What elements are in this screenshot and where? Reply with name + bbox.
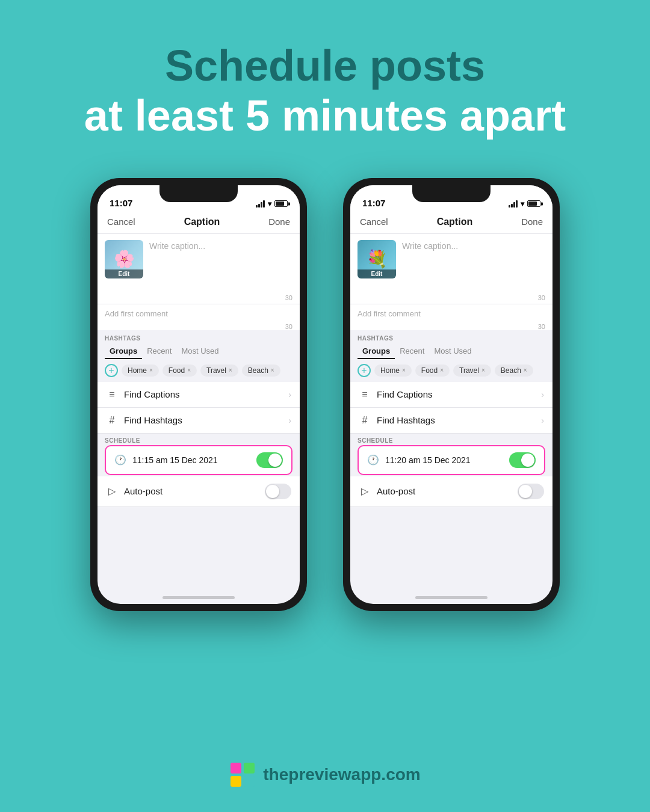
phone-2-hashtags-label: HASHTAGS	[358, 335, 545, 342]
phone-2-find-captions[interactable]: ≡ Find Captions ›	[350, 382, 552, 408]
svg-rect-1	[244, 763, 255, 774]
battery-icon	[274, 200, 288, 207]
phone-2-autopost-icon: ▷	[359, 485, 371, 497]
phones-container: 11:07 ▾	[0, 178, 650, 611]
wifi-icon-2: ▾	[521, 200, 524, 208]
phone-1-edit-label[interactable]: Edit	[105, 269, 143, 278]
phone-1-autopost[interactable]: ▷ Auto-post	[98, 476, 300, 507]
phone-2-find-hashtags[interactable]: # Find Hashtags ›	[350, 408, 552, 434]
phone-1-captions-chevron: ›	[288, 390, 291, 399]
phone-2-chips: + Home× Food× Travel× Beach×	[358, 364, 545, 377]
footer-text: thepreviewapp.com	[263, 765, 420, 784]
phone-1-autopost-toggle[interactable]	[265, 484, 291, 499]
phone-2-tab-groups[interactable]: Groups	[358, 344, 395, 359]
phone-1-autopost-label: Auto-post	[124, 486, 162, 496]
phone-1-schedule-toggle[interactable]	[256, 452, 283, 468]
phone-2-status-icons: ▾	[509, 200, 540, 208]
phone-1-autopost-icon: ▷	[106, 485, 118, 497]
svg-rect-3	[244, 776, 255, 787]
svg-rect-2	[231, 776, 241, 787]
phone-2: 11:07 ▾	[343, 178, 560, 611]
phone-2-hashtags-label: Find Hashtags	[377, 415, 435, 425]
phone-1-tab-groups[interactable]: Groups	[105, 344, 142, 359]
headline-line1: Schedule posts	[0, 42, 650, 90]
phone-2-title: Caption	[437, 217, 473, 227]
phone-2-frame: 11:07 ▾	[343, 178, 560, 611]
phone-1-chip-home[interactable]: Home×	[122, 364, 159, 377]
phone-2-schedule-toggle[interactable]	[509, 452, 536, 468]
phone-1-hashtags-icon: #	[106, 415, 118, 426]
phone-2-notch	[412, 185, 491, 202]
phone-2-thumbnail[interactable]: 💐 Edit	[358, 240, 396, 278]
phone-2-caption-placeholder[interactable]: Write caption...	[402, 240, 545, 288]
phone-1-tab-mostused[interactable]: Most Used	[176, 344, 223, 359]
phone-2-hashtags-chevron: ›	[541, 416, 544, 425]
phone-2-chip-travel[interactable]: Travel×	[453, 364, 491, 377]
phone-1-done[interactable]: Done	[268, 217, 290, 227]
phone-2-edit-label[interactable]: Edit	[358, 269, 396, 278]
phone-1-add-chip[interactable]: +	[105, 364, 118, 377]
phone-1-cancel[interactable]: Cancel	[107, 217, 135, 227]
phone-1-chip-travel[interactable]: Travel×	[200, 364, 238, 377]
phone-2-autopost-knob	[519, 485, 532, 498]
phone-1-hashtags-chevron: ›	[288, 416, 291, 425]
phone-1-schedule-left: 🕐 11:15 am 15 Dec 2021	[114, 454, 218, 466]
footer: thepreviewapp.com	[0, 761, 650, 788]
phone-2-tab-recent[interactable]: Recent	[395, 344, 429, 359]
phone-1-chip-beach[interactable]: Beach×	[242, 364, 280, 377]
phone-2-time: 11:07	[362, 198, 385, 208]
phone-1-autopost-left: ▷ Auto-post	[106, 485, 162, 497]
phone-2-tab-mostused[interactable]: Most Used	[429, 344, 476, 359]
phone-2-cancel[interactable]: Cancel	[360, 217, 388, 227]
phone-2-chip-beach[interactable]: Beach×	[495, 364, 533, 377]
phone-2-schedule-section: SCHEDULE 🕐 11:20 am 15 Dec 2021	[350, 434, 552, 475]
phone-1-caption-charcount: 30	[98, 294, 300, 304]
phone-1-schedule-section: SCHEDULE 🕐 11:15 am 15 Dec 2021	[98, 434, 300, 475]
phone-1-hashtags-tabs: Groups Recent Most Used	[105, 344, 292, 359]
phone-2-autopost-left: ▷ Auto-post	[359, 485, 415, 497]
phone-2-screen: 11:07 ▾	[350, 185, 552, 604]
phone-1-hashtags-label: HASHTAGS	[105, 335, 292, 342]
phone-1-nav: Cancel Caption Done	[98, 212, 300, 234]
phone-2-schedule-left: 🕐 11:20 am 15 Dec 2021	[367, 454, 471, 466]
phone-2-done[interactable]: Done	[521, 217, 543, 227]
phone-1-comment-placeholder[interactable]: Add first comment	[105, 309, 292, 318]
phone-2-comment-placeholder[interactable]: Add first comment	[358, 309, 545, 318]
phone-2-schedule-time: 11:20 am 15 Dec 2021	[385, 455, 471, 465]
phone-1-schedule-row[interactable]: 🕐 11:15 am 15 Dec 2021	[105, 445, 292, 475]
headline-line2: at least 5 minutes apart	[0, 90, 650, 141]
phone-1-hashtags-section: HASHTAGS Groups Recent Most Used + Home×…	[98, 330, 300, 377]
phone-1-thumbnail[interactable]: 🌸 Edit	[105, 240, 143, 278]
logo-icon	[229, 761, 256, 788]
battery-icon-2	[527, 200, 540, 207]
phone-2-captions-label: Find Captions	[377, 389, 433, 399]
phone-2-caption-charcount: 30	[350, 294, 552, 304]
phone-2-hashtags-icon: #	[359, 415, 371, 426]
phone-1-chips: + Home× Food× Travel× Beach×	[105, 364, 292, 377]
phone-1-screen: 11:07 ▾	[98, 185, 300, 604]
phone-2-autopost-toggle[interactable]	[518, 484, 544, 499]
phone-1-tab-recent[interactable]: Recent	[142, 344, 176, 359]
phone-1-frame: 11:07 ▾	[90, 178, 307, 611]
phone-2-schedule-label: SCHEDULE	[358, 437, 545, 444]
phone-2-autopost[interactable]: ▷ Auto-post	[350, 476, 552, 507]
phone-1-title: Caption	[184, 217, 220, 227]
phone-1-chip-food[interactable]: Food×	[162, 364, 197, 377]
phone-1-time: 11:07	[110, 198, 132, 208]
phone-1-find-hashtags[interactable]: # Find Hashtags ›	[98, 408, 300, 434]
phone-2-hashtags-tabs: Groups Recent Most Used	[358, 344, 545, 359]
phone-2-chip-food[interactable]: Food×	[415, 364, 450, 377]
phone-2-nav: Cancel Caption Done	[350, 212, 552, 234]
phone-2-add-chip[interactable]: +	[358, 364, 371, 377]
phone-1-captions-icon: ≡	[106, 389, 118, 400]
phone-2-caption-area: 💐 Edit Write caption...	[350, 234, 552, 294]
svg-rect-0	[231, 763, 241, 774]
phone-2-chip-home[interactable]: Home×	[374, 364, 412, 377]
phone-1-comment-charcount: 30	[98, 323, 300, 330]
phone-2-home-indicator	[415, 596, 488, 599]
phone-1-caption-area: 🌸 Edit Write caption...	[98, 234, 300, 294]
phone-1-find-captions[interactable]: ≡ Find Captions ›	[98, 382, 300, 408]
phone-1-toggle-knob	[268, 454, 282, 467]
phone-1-caption-placeholder[interactable]: Write caption...	[149, 240, 292, 288]
phone-2-schedule-row[interactable]: 🕐 11:20 am 15 Dec 2021	[358, 445, 545, 475]
